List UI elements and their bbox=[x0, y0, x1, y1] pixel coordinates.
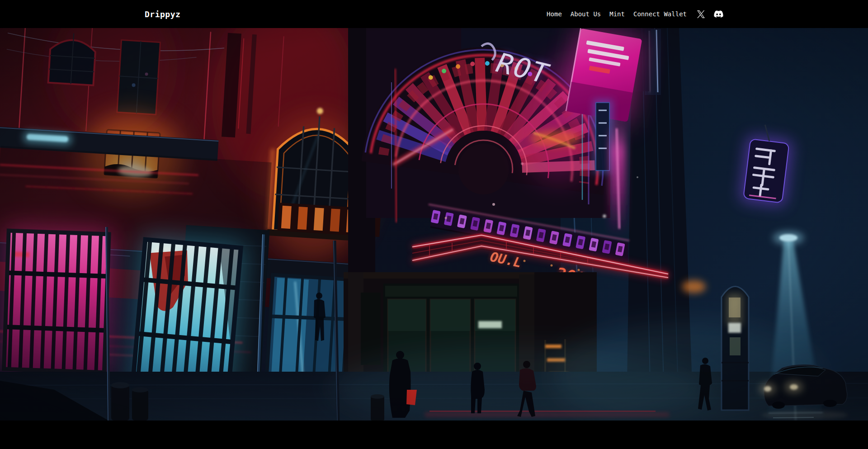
footer-band bbox=[0, 421, 868, 449]
logo[interactable]: Drippyz bbox=[145, 9, 180, 19]
hero-scene: ROT ROT bbox=[0, 28, 868, 421]
page: Drippyz Home About Us Mint Connect Walle… bbox=[0, 0, 868, 449]
nav-item-mint[interactable]: Mint bbox=[609, 10, 625, 18]
discord-link[interactable] bbox=[714, 10, 723, 18]
hero-section: ROT ROT bbox=[0, 28, 868, 421]
top-nav-bar: Drippyz Home About Us Mint Connect Walle… bbox=[0, 0, 868, 28]
nav-group: Home About Us Mint Connect Wallet bbox=[547, 10, 723, 18]
nav-item-connect-wallet[interactable]: Connect Wallet bbox=[633, 10, 687, 18]
nav-item-about-us[interactable]: About Us bbox=[571, 10, 601, 18]
nav-item-home[interactable]: Home bbox=[547, 10, 562, 18]
main-nav: Home About Us Mint Connect Wallet bbox=[547, 10, 687, 18]
social-links bbox=[697, 10, 723, 18]
scene-tone-overlay bbox=[0, 28, 868, 421]
discord-icon bbox=[714, 10, 723, 18]
x-logo-icon bbox=[697, 10, 705, 18]
x-twitter-link[interactable] bbox=[697, 10, 705, 18]
